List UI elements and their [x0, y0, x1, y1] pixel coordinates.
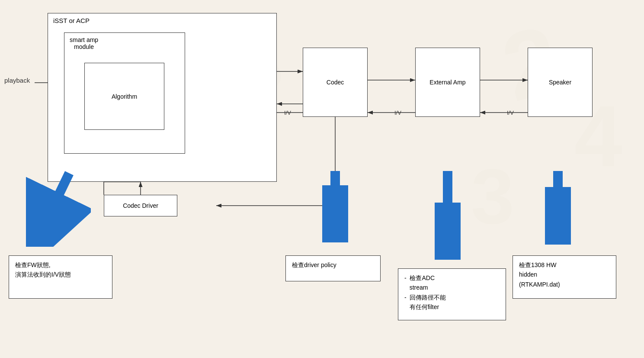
diagram-container: 2 4 3 ? iSST or ACP smart ampmodule Algo…: [0, 0, 644, 358]
speaker-label: Speaker: [549, 79, 571, 86]
codec-driver-label: Codec Driver: [123, 202, 158, 209]
info-text-right: 檢查1308 HWhidden(RTKAMPI.dat): [519, 261, 560, 288]
watermark-3: 3: [471, 152, 514, 241]
info-box-right: 檢查1308 HWhidden(RTKAMPI.dat): [513, 255, 616, 299]
info-text-right-mid: - 檢查ADC stream - 回傳路徑不能 有任何filter: [404, 274, 446, 310]
info-text-left: 檢查FW狀態,演算法收到的I/V狀態: [15, 261, 71, 278]
iv-label-1: I/V: [284, 110, 291, 116]
iv-label-2: I/V: [394, 110, 401, 116]
codec-label: Codec: [327, 79, 344, 86]
speaker-box: Speaker: [528, 48, 593, 117]
blue-arrow-codec: [322, 169, 348, 242]
playback-label: playback: [4, 77, 30, 84]
info-text-center: 檢查driver policy: [292, 261, 336, 268]
isst-acp-label: iSST or ACP: [53, 17, 90, 24]
svg-line-25: [39, 173, 69, 236]
smart-amp-label: smart ampmodule: [70, 36, 98, 50]
iv-label-3: I/V: [507, 110, 514, 116]
external-amp-box: External Amp: [415, 48, 480, 117]
info-box-right-mid: - 檢查ADC stream - 回傳路徑不能 有任何filter: [398, 268, 506, 320]
codec-box: Codec: [303, 48, 368, 117]
codec-driver-box: Codec Driver: [104, 195, 177, 216]
info-box-left: 檢查FW狀態,演算法收到的I/V狀態: [9, 255, 112, 299]
info-box-center: 檢查driver policy: [285, 255, 381, 281]
blue-arrow-speaker: [545, 169, 571, 245]
algorithm-box: Algorithm: [84, 63, 164, 130]
blue-arrow-ext-amp: [435, 169, 461, 260]
external-amp-label: External Amp: [429, 79, 465, 86]
algorithm-label: Algorithm: [112, 93, 137, 100]
